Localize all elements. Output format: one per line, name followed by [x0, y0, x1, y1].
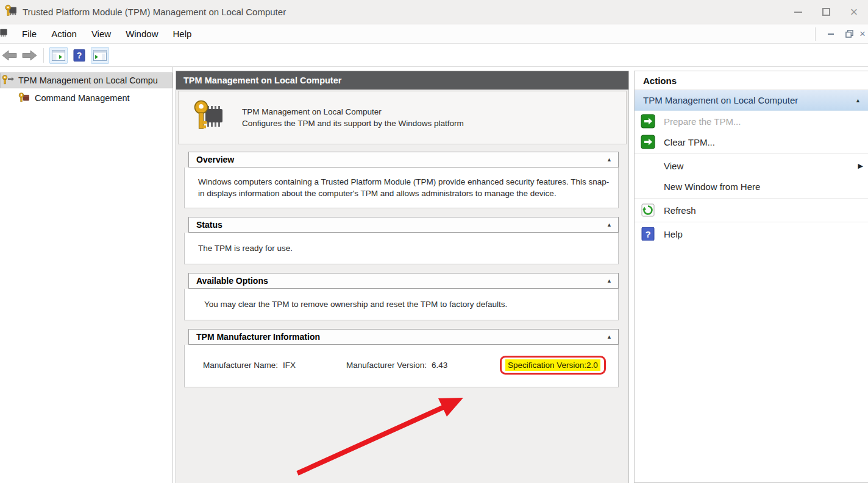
tpm-key-chip-icon-large [193, 99, 225, 136]
spec-version-annotation-box: Specification Version:2.0 [500, 356, 606, 375]
window-title: Trusted Platform Module (TPM) Management… [23, 7, 286, 17]
section-manufacturer-info-body: Manufacturer Name:IFX Manufacturer Versi… [184, 345, 619, 387]
mdi-restore-button[interactable] [841, 27, 857, 41]
section-title: Status [196, 220, 222, 230]
minimize-button[interactable] [784, 0, 812, 24]
console-tree-pane: TPM Management on Local Compu Command Ma… [0, 67, 173, 483]
banner-subtitle: Configures the TPM and its support by th… [242, 118, 464, 129]
tree-item-label: TPM Management on Local Compu [18, 76, 158, 85]
collapse-icon[interactable]: ▲ [607, 222, 612, 228]
action-label: New Window from Here [664, 182, 760, 192]
help-icon: ? [641, 227, 655, 241]
action-refresh[interactable]: Refresh [635, 200, 868, 220]
manufacturer-name-value: IFX [283, 361, 296, 370]
collapse-icon[interactable]: ▲ [607, 278, 612, 284]
actions-separator [635, 153, 868, 154]
menu-bar: File Action View Window Help × [0, 24, 868, 44]
actions-separator [635, 198, 868, 199]
collapse-icon[interactable]: ▲ [607, 157, 612, 163]
workspace: TPM Management on Local Compu Command Ma… [0, 67, 868, 483]
section-title: Overview [196, 155, 234, 164]
title-bar: Trusted Platform Module (TPM) Management… [0, 0, 868, 24]
manufacturer-name-field: Manufacturer Name:IFX [203, 359, 346, 371]
center-pane: TPM Management on Local Computer TPM Man… [176, 71, 629, 483]
no-icon-spacer [641, 179, 655, 194]
section-manufacturer-info: TPM Manufacturer Information ▲ Manufactu… [184, 329, 619, 387]
mdi-close-button[interactable]: × [859, 27, 868, 41]
menu-help[interactable]: Help [165, 26, 199, 41]
section-status-body: The TPM is ready for use. [184, 233, 619, 264]
green-arrow-icon [641, 114, 655, 129]
maximize-button[interactable] [812, 0, 840, 24]
tpm-key-chip-icon [4, 4, 18, 20]
center-pane-header: TPM Management on Local Computer [176, 71, 628, 90]
tree-item-label: Command Management [35, 93, 130, 103]
submenu-arrow-icon: ▶ [858, 162, 868, 170]
mdi-minimize-button[interactable] [823, 27, 839, 41]
new-window-button[interactable] [91, 47, 109, 64]
section-manufacturer-info-header[interactable]: TPM Manufacturer Information ▲ [188, 329, 619, 345]
action-label: View [664, 161, 683, 171]
section-status-header[interactable]: Status ▲ [188, 217, 619, 233]
section-title: TPM Manufacturer Information [196, 332, 320, 342]
back-button[interactable] [1, 48, 18, 63]
svg-text:?: ? [77, 51, 82, 60]
actions-pane-title: Actions [635, 71, 868, 90]
manufacturer-version-field: Manufacturer Version:6.43 [346, 359, 500, 371]
menu-file[interactable]: File [15, 26, 44, 41]
section-title: Available Options [196, 276, 268, 286]
tpm-root-icon [2, 74, 14, 87]
actions-separator [635, 222, 868, 222]
actions-group-title: TPM Management on Local Computer [643, 95, 798, 105]
action-label: Refresh [664, 205, 696, 216]
refresh-icon [641, 203, 655, 217]
action-help[interactable]: ? Help [635, 224, 868, 244]
tree-item-command-management[interactable]: Command Management [0, 90, 173, 106]
close-button[interactable]: × [840, 0, 868, 24]
menu-view[interactable]: View [84, 26, 118, 41]
section-overview-header[interactable]: Overview ▲ [188, 152, 619, 167]
toolbar: ? [0, 44, 868, 67]
actions-group-header[interactable]: TPM Management on Local Computer ▲ [635, 90, 868, 111]
action-label: Clear TPM... [664, 137, 715, 147]
command-management-icon [18, 92, 30, 105]
section-overview: Overview ▲ Windows computers containing … [184, 152, 619, 208]
manufacturer-version-value: 6.43 [432, 361, 447, 370]
banner-title: TPM Management on Local Computer [242, 106, 464, 118]
actions-pane: Actions TPM Management on Local Computer… [634, 71, 868, 483]
no-icon-spacer [641, 158, 655, 173]
menu-action[interactable]: Action [44, 26, 84, 41]
collapse-icon[interactable]: ▲ [855, 97, 861, 104]
green-arrow-icon [641, 135, 655, 149]
action-prepare-tpm[interactable]: Prepare the TPM... [635, 111, 868, 132]
action-new-window-from-here[interactable]: New Window from Here [635, 176, 868, 197]
spec-version-value: 2.0 [586, 361, 598, 370]
section-status: Status ▲ The TPM is ready for use. [184, 217, 619, 264]
help-toolbar-button[interactable]: ? [70, 47, 88, 64]
toolbar-separator [43, 48, 44, 63]
child-window-icon [0, 27, 9, 41]
show-console-tree-button[interactable] [49, 47, 68, 64]
section-available-options: Available Options ▲ You may clear the TP… [184, 273, 619, 320]
menu-window[interactable]: Window [118, 26, 165, 41]
mdi-separator [815, 27, 816, 41]
action-label: Prepare the TPM... [664, 116, 741, 127]
section-available-options-header[interactable]: Available Options ▲ [188, 273, 619, 289]
forward-button[interactable] [21, 48, 38, 63]
action-clear-tpm[interactable]: Clear TPM... [635, 132, 868, 152]
action-view[interactable]: View ▶ [635, 155, 868, 176]
spec-version-field: Specification Version:2.0 [505, 359, 600, 371]
section-overview-body: Windows computers containing a Trusted P… [184, 167, 619, 208]
collapse-icon[interactable]: ▲ [607, 334, 612, 340]
svg-text:?: ? [645, 229, 650, 239]
center-pane-title: TPM Management on Local Computer [183, 76, 341, 85]
section-available-options-body: You may clear the TPM to remove ownershi… [184, 289, 619, 320]
tree-item-tpm-management[interactable]: TPM Management on Local Compu [0, 72, 173, 88]
tpm-banner: TPM Management on Local Computer Configu… [178, 91, 627, 144]
available-options-text: You may clear the TPM to remove ownershi… [204, 300, 507, 309]
action-label: Help [664, 229, 683, 239]
